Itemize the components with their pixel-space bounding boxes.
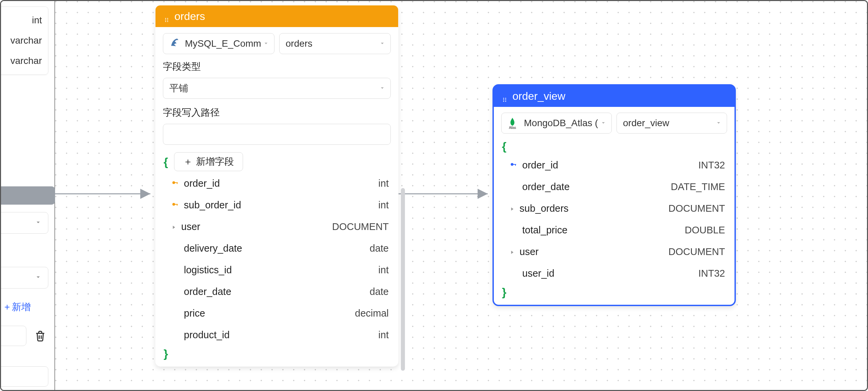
field-row[interactable]: userDOCUMENT xyxy=(163,216,391,237)
drag-handle-icon[interactable] xyxy=(164,13,170,19)
field-row[interactable]: order_datedate xyxy=(163,281,391,302)
add-field-button[interactable]: ＋ 新增字段 xyxy=(174,152,243,171)
svg-rect-10 xyxy=(177,182,177,184)
field-row[interactable]: user_idINT32 xyxy=(501,262,727,284)
field-row[interactable]: total_priceDOUBLE xyxy=(501,219,727,241)
orders-header[interactable]: orders xyxy=(155,5,398,27)
connection-select[interactable]: Atlas MongoDB_Atlas ( xyxy=(501,113,612,134)
svg-point-14 xyxy=(503,98,504,99)
svg-rect-22 xyxy=(515,164,516,166)
side-select-1[interactable] xyxy=(0,212,48,234)
side-select-4[interactable] xyxy=(0,366,48,387)
write-path-label: 字段写入路径 xyxy=(163,106,391,119)
side-type-varchar1: varchar xyxy=(0,30,48,51)
brace-close: } xyxy=(501,285,506,298)
field-row[interactable]: order_dateDATE_TIME xyxy=(501,176,727,198)
field-type: DOCUMENT xyxy=(668,246,725,257)
svg-point-2 xyxy=(165,18,166,19)
connection-value: MySQL_E_Comm xyxy=(185,38,261,49)
svg-point-18 xyxy=(503,101,504,102)
brace-open: { xyxy=(163,155,168,168)
chevron-down-icon xyxy=(715,118,722,129)
field-type: int xyxy=(378,178,389,189)
plus-icon: ＋ xyxy=(183,155,193,168)
field-row[interactable]: logistics_idint xyxy=(163,259,391,281)
drag-handle-icon[interactable] xyxy=(502,93,508,99)
side-select-2[interactable] xyxy=(0,267,48,289)
orderview-header[interactable]: order_view xyxy=(493,85,735,107)
table-select[interactable]: orders xyxy=(279,33,391,54)
primary-key-icon xyxy=(509,160,517,171)
field-type: int xyxy=(378,200,389,211)
field-row[interactable]: userDOCUMENT xyxy=(501,241,727,262)
connector-1 xyxy=(55,190,155,197)
svg-point-3 xyxy=(167,18,168,19)
svg-point-8 xyxy=(172,181,175,184)
scrollbar-thumb[interactable] xyxy=(401,188,405,371)
field-type: INT32 xyxy=(698,268,725,279)
write-path-input[interactable] xyxy=(163,124,391,145)
primary-key-icon xyxy=(171,200,179,211)
chevron-down-icon xyxy=(600,118,607,129)
svg-point-17 xyxy=(505,99,506,100)
field-type: INT32 xyxy=(698,160,725,171)
orders-node[interactable]: orders MySQL_E_Comm orders 字段类型 平铺 xyxy=(155,5,399,367)
field-type: int xyxy=(378,264,389,276)
svg-point-16 xyxy=(503,99,504,100)
field-type: date xyxy=(370,286,389,297)
expand-icon[interactable] xyxy=(171,221,176,232)
field-type: DOUBLE xyxy=(685,225,725,236)
svg-point-4 xyxy=(165,20,166,21)
sidebar: int varchar varchar + 新增 xyxy=(1,1,55,390)
field-row[interactable]: delivery_datedate xyxy=(163,237,391,259)
side-add-button[interactable]: + 新增 xyxy=(4,301,31,314)
field-name: price xyxy=(184,308,205,319)
primary-key-icon xyxy=(171,178,179,189)
orderview-schema: { order_idINT32order_dateDATE_TIMEsub_or… xyxy=(501,140,727,299)
brace-close: } xyxy=(163,347,168,360)
brace-open: { xyxy=(501,140,506,153)
field-name: order_date xyxy=(184,286,231,297)
side-type-varchar2: varchar xyxy=(0,51,48,71)
field-row[interactable]: sub_ordersDOCUMENT xyxy=(501,198,727,219)
field-row[interactable]: order_idINT32 xyxy=(501,154,727,176)
side-select-3[interactable] xyxy=(0,326,26,346)
expand-icon[interactable] xyxy=(509,203,515,214)
field-type: DOCUMENT xyxy=(668,203,725,214)
side-card: int varchar varchar xyxy=(0,6,48,75)
orderview-title: order_view xyxy=(512,90,565,102)
field-type-select[interactable]: 平铺 xyxy=(163,78,391,99)
field-name: user xyxy=(520,246,538,257)
orders-body: MySQL_E_Comm orders 字段类型 平铺 字段写入路径 { xyxy=(155,27,398,366)
field-type: decimal xyxy=(355,308,389,319)
canvas[interactable]: int varchar varchar + 新增 xyxy=(1,1,867,390)
svg-point-6 xyxy=(165,21,166,22)
svg-rect-13 xyxy=(177,204,177,206)
svg-point-15 xyxy=(505,98,506,99)
field-name: user_id xyxy=(522,268,554,279)
delete-button[interactable] xyxy=(30,326,50,346)
add-field-label: 新增字段 xyxy=(196,155,234,168)
field-name: order_id xyxy=(522,160,558,171)
orderview-node[interactable]: order_view Atlas MongoDB_Atlas ( order_v… xyxy=(492,84,736,306)
field-name: product_id xyxy=(184,329,230,341)
field-row[interactable]: order_idint xyxy=(163,172,391,194)
field-row[interactable]: product_idint xyxy=(163,324,391,346)
field-name: order_id xyxy=(184,178,220,189)
side-selected-row[interactable] xyxy=(0,186,55,205)
field-row[interactable]: pricedecimal xyxy=(163,302,391,324)
svg-point-5 xyxy=(167,20,168,21)
table-select[interactable]: order_view xyxy=(617,113,727,134)
field-type-value: 平铺 xyxy=(169,82,188,95)
expand-icon[interactable] xyxy=(509,246,515,257)
field-name: user xyxy=(181,221,200,232)
connection-select[interactable]: MySQL_E_Comm xyxy=(163,33,274,54)
connector-2 xyxy=(399,190,492,197)
field-row[interactable]: sub_order_idint xyxy=(163,194,391,216)
field-name: order_date xyxy=(522,181,570,192)
orderview-body: Atlas MongoDB_Atlas ( order_view { order… xyxy=(494,107,734,305)
connection-value: MongoDB_Atlas ( xyxy=(524,118,598,129)
svg-point-20 xyxy=(511,163,513,166)
plus-icon: + xyxy=(4,302,10,313)
table-value: order_view xyxy=(623,118,669,129)
